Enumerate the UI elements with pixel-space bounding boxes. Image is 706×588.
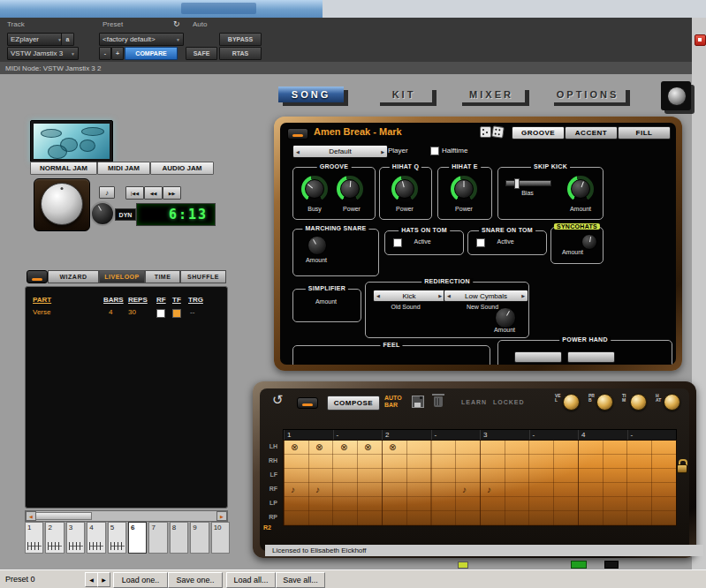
rewind-button[interactable]: ◀◀ [144, 186, 163, 200]
tab-groove[interactable]: GROOVE [512, 126, 565, 139]
redirection-to-select[interactable]: ◀ Low Cymbals ▶ [444, 290, 528, 302]
preset-refresh-icon[interactable]: ↻ [173, 19, 180, 28]
loop-scrollbar[interactable]: ◀ ▶ [25, 510, 228, 522]
tab-accent[interactable]: ACCENT [565, 126, 618, 139]
locked-label[interactable]: LOCKED [493, 399, 525, 405]
pad-9[interactable]: 9 [190, 522, 209, 554]
pad-3[interactable]: 3 [66, 522, 85, 554]
hihat-note[interactable]: ⊗ [364, 441, 371, 454]
dyn-button[interactable]: DYN [115, 208, 136, 221]
hihat-q-power-knob[interactable] [391, 176, 418, 202]
tab-liveloop[interactable]: LIVELOOP [99, 270, 145, 283]
scroll-right-icon[interactable]: ▶ [216, 511, 227, 521]
preset-prev-button[interactable]: - [99, 47, 111, 60]
load-all-button[interactable]: Load all... [226, 572, 276, 588]
hihat-note[interactable]: ⊗ [389, 441, 396, 454]
trash-icon[interactable] [434, 396, 443, 407]
tab-wizard[interactable]: WIZARD [48, 270, 99, 283]
marching-snare-amount-knob[interactable] [307, 236, 327, 255]
tab-song[interactable]: SONG [278, 87, 344, 102]
groove-power-knob[interactable] [337, 176, 363, 202]
arrow-left-icon[interactable]: ◀ [447, 293, 451, 298]
power-hand-button-1[interactable] [514, 351, 562, 363]
volume-knob[interactable] [90, 201, 115, 226]
arrow-right-icon[interactable]: ▶ [438, 293, 442, 298]
save-one-button[interactable]: Save one.. [168, 572, 223, 588]
pad-7[interactable]: 7 [148, 522, 167, 554]
footer-prev-icon[interactable]: ◀ [85, 572, 98, 587]
pad-1[interactable]: 1 [25, 522, 43, 554]
normal-jam-button[interactable]: NORMAL JAM [30, 162, 97, 175]
tab-time[interactable]: TIME [145, 270, 180, 283]
redirection-from-select[interactable]: ◀ Kick ▶ [373, 290, 445, 302]
halftime-checkbox[interactable] [430, 147, 439, 155]
bypass-button[interactable]: BYPASS [219, 33, 262, 46]
table-row[interactable]: Verse 4 30 -- [26, 308, 227, 319]
audio-jam-button[interactable]: AUDIO JAM [150, 162, 214, 175]
hihat-note[interactable]: ⊗ [315, 441, 323, 454]
kick-note[interactable]: ♪ [291, 484, 295, 496]
pad-2[interactable]: 2 [45, 522, 64, 554]
instrument-select[interactable]: EZplayer▼ [7, 33, 65, 46]
vel-knob[interactable] [563, 394, 580, 411]
scroll-left-icon[interactable]: ◀ [26, 511, 36, 521]
kick-note[interactable]: ♪ [487, 484, 491, 496]
undo-icon[interactable]: ↺ [272, 392, 284, 408]
rtas-button[interactable]: RTAS [219, 47, 262, 60]
compare-button[interactable]: COMPARE [125, 47, 178, 60]
arrow-right-icon[interactable]: ▶ [381, 149, 384, 155]
pad-5[interactable]: 5 [108, 522, 126, 554]
forward-button[interactable]: ▶▶ [163, 186, 181, 200]
tab-kit[interactable]: KIT [376, 87, 432, 102]
seq-collapse-button[interactable] [297, 397, 318, 409]
red-close-button[interactable] [695, 34, 706, 46]
preset-next-button[interactable]: + [111, 47, 124, 60]
skip-kick-amount-knob[interactable] [567, 176, 594, 202]
arrow-right-icon[interactable]: ▶ [521, 293, 525, 298]
scrollbar-thumb[interactable] [35, 512, 92, 520]
note-grid[interactable]: ⊗ ⊗ ⊗ ⊗ ⊗ ♪ ♪ ♪ ♪ [283, 440, 677, 526]
auto-bar-toggle[interactable]: AUTO BAR [384, 395, 402, 409]
dice-icon[interactable] [480, 126, 491, 138]
footer-next-icon[interactable]: ▶ [97, 572, 110, 587]
preset-select[interactable]: <factory default>▼ [99, 33, 184, 46]
load-one-button[interactable]: Load one.. [113, 572, 168, 588]
master-knob-icon[interactable] [661, 81, 691, 110]
instrument-mini-button[interactable]: a [61, 33, 74, 46]
tab-shuffle[interactable]: SHUFFLE [180, 270, 226, 283]
metronome-icon[interactable]: ♪ [99, 186, 115, 199]
midi-jam-button[interactable]: MIDI JAM [97, 162, 150, 175]
tab-fill[interactable]: FILL [618, 126, 671, 139]
rf-checkbox[interactable] [156, 309, 165, 318]
kick-note[interactable]: ♪ [462, 484, 467, 496]
hihat-note[interactable]: ⊗ [291, 441, 298, 454]
tempo-knob[interactable] [41, 183, 83, 225]
bias-slider[interactable] [505, 180, 551, 186]
redirection-amount-knob[interactable] [495, 307, 516, 328]
busy-knob[interactable] [301, 176, 328, 202]
tab-mixer[interactable]: MIXER [458, 87, 525, 102]
hats-on-tom-active-checkbox[interactable] [393, 238, 402, 247]
kick-note[interactable]: ♪ [315, 484, 320, 496]
learn-label[interactable]: LEARN [461, 399, 487, 405]
pad-8[interactable]: 8 [170, 522, 188, 554]
compose-button[interactable]: COMPOSE [327, 396, 380, 411]
style-select[interactable]: ◀ Default ▶ [292, 145, 388, 158]
hihat-e-power-knob[interactable] [451, 176, 477, 202]
save-all-button[interactable]: Save all... [276, 572, 325, 588]
snare-on-tom-active-checkbox[interactable] [476, 238, 485, 247]
pad-4[interactable]: 4 [87, 522, 105, 554]
panel-collapse-button[interactable] [287, 128, 308, 139]
safe-button[interactable]: SAFE [186, 47, 217, 60]
power-hand-button-2[interactable] [567, 351, 615, 363]
prb-knob[interactable] [596, 394, 613, 411]
arrow-left-icon[interactable]: ◀ [376, 293, 380, 298]
hat-knob[interactable] [664, 394, 680, 411]
pad-10[interactable]: 10 [211, 522, 230, 554]
syncohats-amount-knob[interactable] [581, 234, 597, 250]
lock-icon-body[interactable] [677, 464, 687, 473]
plugin-select[interactable]: VSTW Jamstix 3▼ [7, 47, 79, 60]
rewind-start-button[interactable]: |◀◀ [125, 186, 144, 200]
dice-icon[interactable] [491, 125, 505, 139]
tab-options[interactable]: OPTIONS [550, 87, 626, 102]
